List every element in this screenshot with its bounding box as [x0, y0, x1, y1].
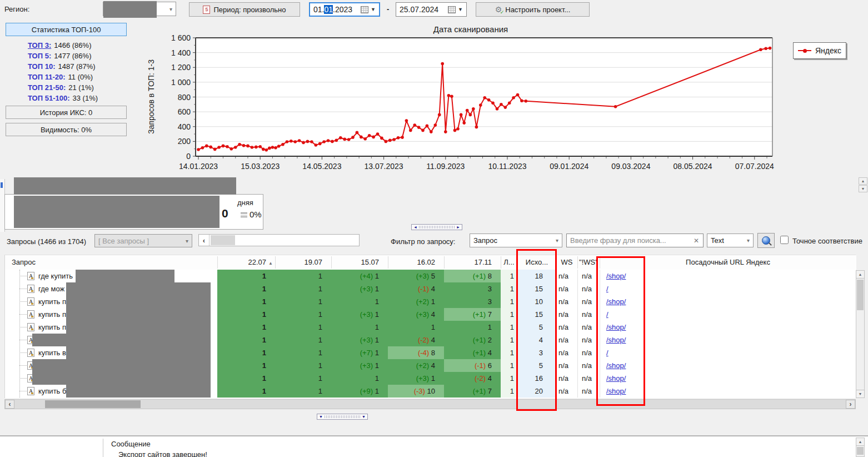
- filter-field-combobox[interactable]: Запрос ▾: [470, 234, 562, 247]
- stat-link-top-3[interactable]: ТОП 3:: [28, 41, 51, 49]
- rank-delta: (-2): [418, 336, 431, 344]
- chart-point: [409, 129, 412, 132]
- source-cell: 5: [517, 321, 543, 334]
- column-header-4[interactable]: 16.02: [388, 255, 444, 270]
- landing-url-link[interactable]: /shop/: [606, 297, 626, 306]
- rank-cell: 1: [275, 372, 322, 385]
- chart-point: [475, 126, 478, 129]
- chart-point: [242, 144, 246, 147]
- scrollbar-thumb[interactable]: [857, 280, 864, 310]
- landing-url-link[interactable]: /shop/: [606, 336, 626, 344]
- message-log-panel: Сообщение Экспорт сайтов завершен!: [0, 436, 868, 457]
- splitter-handle[interactable]: ▼▼: [317, 414, 368, 420]
- chevron-down-icon[interactable]: ▼: [371, 7, 376, 12]
- clear-search-icon[interactable]: ✕: [694, 237, 699, 245]
- search-phrase-input[interactable]: [566, 234, 704, 247]
- chevron-down-icon[interactable]: ▼: [458, 7, 463, 12]
- svg-text:14.01.2023: 14.01.2023: [179, 162, 218, 171]
- rank-value: 1: [431, 297, 435, 306]
- log-vertical-scrollbar[interactable]: ▲: [856, 438, 865, 457]
- scroll-down-icon[interactable]: ▼: [859, 185, 867, 192]
- exact-match-checkbox[interactable]: [780, 236, 789, 244]
- configure-project-button[interactable]: ⚙✓ Настроить проект...: [476, 2, 590, 17]
- period-button[interactable]: 5 Период: произвольно: [189, 2, 300, 17]
- ws-cell: n/a: [558, 346, 568, 359]
- url-cell: /shop/: [606, 372, 626, 385]
- rank-cell: 1: [444, 321, 492, 334]
- scrollbar-thumb[interactable]: [857, 447, 864, 455]
- scroll-down-icon[interactable]: ▼: [856, 390, 865, 398]
- scrollbar-thumb[interactable]: [211, 235, 235, 245]
- chart-point: [310, 140, 313, 143]
- column-header-7[interactable]: Исхо...: [517, 255, 556, 270]
- rank-cell: 3: [444, 282, 492, 295]
- chart-point: [298, 139, 301, 142]
- stat-link-top-51-100[interactable]: ТОП 51-100:: [28, 94, 70, 102]
- column-header-2[interactable]: 19.07: [275, 255, 331, 270]
- rank-value: 1: [375, 361, 379, 370]
- scroll-up-icon[interactable]: ▲: [856, 438, 865, 446]
- landing-url-link[interactable]: /: [606, 285, 608, 293]
- rank-delta: (+7): [360, 349, 375, 357]
- iks-history-button[interactable]: История ИКС: 0: [6, 106, 127, 119]
- landing-url-link[interactable]: /: [606, 349, 608, 357]
- chart-point: [450, 95, 453, 98]
- visibility-button[interactable]: Видимость: 0%: [6, 123, 127, 136]
- rank-cell: 1: [217, 321, 266, 334]
- scroll-up-icon[interactable]: ▲: [859, 177, 867, 185]
- landing-url-link[interactable]: /shop/: [606, 374, 626, 383]
- stats-top100-button[interactable]: Статистика ТОП-100: [6, 23, 127, 36]
- table-header-row[interactable]: Запрос22.07▲19.0715.0716.0217.11Л...Исхо…: [5, 255, 856, 270]
- stat-link-top-21-50[interactable]: ТОП 21-50:: [28, 83, 66, 92]
- scroll-right-icon[interactable]: ›: [846, 400, 855, 409]
- chart-point: [234, 146, 237, 149]
- stat-value-top-5: 1477 (86%): [54, 52, 91, 60]
- query-group-combobox[interactable]: [ Все запросы ] ▾: [94, 234, 192, 247]
- column-header-10[interactable]: Посадочный URL Яндекс: [600, 255, 856, 270]
- rank-cell: (+1) 7: [444, 308, 492, 321]
- date-from-input[interactable]: 01.01.2023 ▼: [309, 2, 380, 17]
- landing-url-link[interactable]: /: [606, 310, 608, 319]
- phrase-icon: A: [27, 323, 34, 331]
- date-to-input[interactable]: 25.07.2024 ▼: [396, 2, 467, 17]
- visibility-label: Видимость: 0%: [41, 126, 92, 134]
- stat-link-top-11-20[interactable]: ТОП 11-20:: [28, 73, 66, 81]
- column-header-3[interactable]: 15.07: [331, 255, 388, 270]
- landing-url-link[interactable]: /shop/: [606, 323, 626, 331]
- l-cell: 1: [501, 295, 514, 308]
- phrase-icon: A: [27, 297, 34, 306]
- column-header-5[interactable]: 17.11: [444, 255, 501, 270]
- search-button[interactable]: [757, 233, 775, 248]
- rank-cell: (+3) 1: [331, 359, 379, 372]
- l-cell: 1: [501, 372, 514, 385]
- table-vertical-scrollbar[interactable]: ▲ ▼: [856, 270, 865, 398]
- column-header-6[interactable]: Л...: [501, 255, 517, 270]
- l-cell: 1: [501, 321, 514, 334]
- rank-cell: (+1) 4: [444, 346, 492, 359]
- scrollbar-thumb[interactable]: [45, 400, 141, 408]
- scroll-left-icon[interactable]: ‹: [5, 400, 14, 409]
- splitter-handle[interactable]: ◄►: [411, 224, 462, 230]
- column-header-8[interactable]: WS: [556, 255, 577, 270]
- match-mode-combobox[interactable]: Text ▾: [707, 234, 754, 247]
- rank-value: 1: [262, 387, 266, 395]
- table-horizontal-scrollbar[interactable]: ‹ ›: [4, 399, 856, 409]
- column-separator: [103, 439, 103, 457]
- landing-url-link[interactable]: /shop/: [606, 272, 626, 280]
- source-cell: 4: [517, 334, 543, 346]
- column-header-1[interactable]: 22.07▲: [217, 255, 275, 270]
- svg-text:09.03.2024: 09.03.2024: [611, 162, 650, 171]
- rank-value: 6: [488, 361, 492, 370]
- stat-link-top-5[interactable]: ТОП 5:: [28, 52, 51, 60]
- svg-text:11.09.2023: 11.09.2023: [426, 162, 465, 171]
- pane-horizontal-scrollbar[interactable]: ‹: [198, 234, 360, 246]
- source-cell: 10: [517, 295, 543, 308]
- stat-link-top-10[interactable]: ТОП 10:: [28, 62, 55, 71]
- scroll-up-icon[interactable]: ▲: [856, 270, 865, 279]
- phrase-icon: A: [27, 310, 34, 319]
- landing-url-link[interactable]: /shop/: [606, 387, 626, 395]
- landing-url-link[interactable]: /shop/: [606, 361, 626, 370]
- column-header-9[interactable]: "!WS": [577, 255, 600, 270]
- scroll-left-icon[interactable]: ‹: [199, 235, 209, 246]
- column-header-0[interactable]: Запрос: [5, 255, 217, 270]
